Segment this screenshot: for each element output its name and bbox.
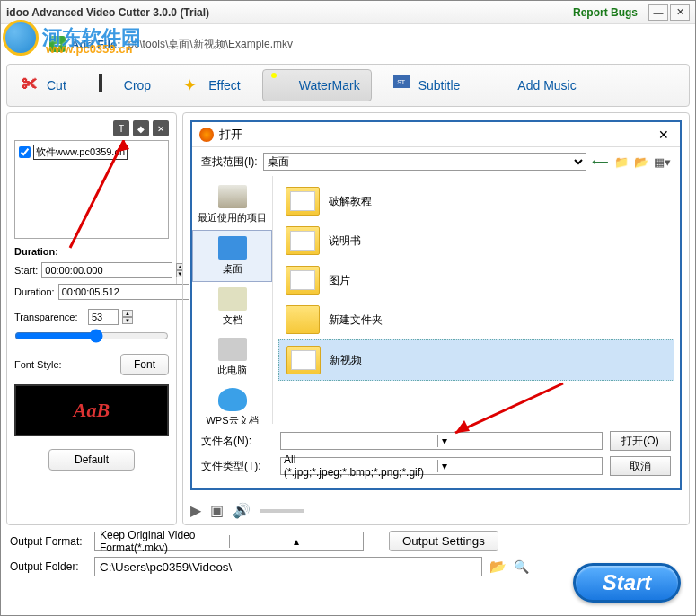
tab-crop-label: Crop xyxy=(124,78,151,92)
file-name: 新视频 xyxy=(330,353,362,368)
file-name: 说明书 xyxy=(329,233,361,249)
text-watermark-button[interactable]: T xyxy=(113,120,129,136)
duration-input[interactable] xyxy=(58,284,189,300)
filetype-label: 文件类型(T): xyxy=(201,459,273,474)
watermark-settings-panel: T ◆ ✕ 软件www.pc0359.cn Duration: Start: ▲… xyxy=(6,112,177,525)
dialog-close-button[interactable]: ✕ xyxy=(655,128,673,142)
start-label: Start: xyxy=(14,265,38,276)
tab-add-music[interactable]: Add Music xyxy=(481,70,586,101)
tab-effect[interactable]: ✦Effect xyxy=(172,70,251,101)
place-documents[interactable]: 文档 xyxy=(192,282,272,332)
player-controls: ▶ ▣ 🔊 xyxy=(190,502,304,519)
transparence-slider[interactable] xyxy=(14,329,169,343)
delete-watermark-button[interactable]: ✕ xyxy=(153,120,169,136)
new-folder-icon[interactable]: 📂 xyxy=(634,155,648,169)
default-button[interactable]: Default xyxy=(48,449,135,471)
tab-bar: ✀Cut Crop ✦Effect WaterMark STSubtitle A… xyxy=(6,64,690,107)
file-item[interactable]: 破解教程 xyxy=(278,181,674,221)
file-item[interactable]: 新建文件夹 xyxy=(278,300,674,339)
tab-crop[interactable]: Crop xyxy=(88,70,162,101)
dropdown-icon[interactable]: ▾ xyxy=(437,460,599,472)
folder-icon xyxy=(286,346,321,374)
tab-subtitle-label: Subtitle xyxy=(418,78,461,92)
cancel-button[interactable]: 取消 xyxy=(610,456,671,476)
search-icon[interactable]: 🔍 xyxy=(514,559,529,574)
filetype-select[interactable]: All (*.jpg;*.jpeg;*.bmp;*.png;*.gif)▾ xyxy=(280,457,603,475)
file-name: 破解教程 xyxy=(329,194,372,209)
places-bar: 最近使用的项目 桌面 文档 此电脑 WPS云文档 xyxy=(192,176,273,424)
place-desktop[interactable]: 桌面 xyxy=(192,230,272,282)
watermark-icon xyxy=(274,75,294,95)
music-disc-icon xyxy=(492,75,512,95)
scissors-icon: ✀ xyxy=(22,75,41,95)
filename-label: 文件名(N): xyxy=(201,434,273,449)
place-wps-cloud[interactable]: WPS云文档 xyxy=(192,383,272,424)
output-format-label: Output Format: xyxy=(10,535,87,548)
start-time-input[interactable] xyxy=(41,262,172,278)
start-button[interactable]: Start xyxy=(573,563,681,603)
watermark-item-text[interactable]: 软件www.pc0359.cn xyxy=(33,145,128,160)
volume-slider[interactable] xyxy=(260,509,304,513)
tab-subtitle[interactable]: STSubtitle xyxy=(383,70,471,101)
open-file-dialog: 打开 ✕ 查找范围(I): 桌面 ⟵ 📁 📂 ▦▾ 最近使用的项目 桌面 文档 … xyxy=(190,120,682,490)
dropdown-icon[interactable]: ▾ xyxy=(437,435,599,447)
tab-cut-label: Cut xyxy=(47,78,66,92)
font-button[interactable]: Font xyxy=(120,354,169,375)
place-this-pc[interactable]: 此电脑 xyxy=(192,332,272,383)
dropdown-icon[interactable]: ▴ xyxy=(229,535,364,548)
file-item[interactable]: 新视频 xyxy=(278,339,674,381)
close-button[interactable]: ✕ xyxy=(670,4,690,21)
subtitle-icon: ST xyxy=(393,75,413,95)
watermark-item[interactable]: 软件www.pc0359.cn xyxy=(19,145,164,160)
tab-cut[interactable]: ✀Cut xyxy=(11,70,77,101)
folder-icon xyxy=(286,305,320,334)
watermark-logo-sub: www.pc0359.cn xyxy=(46,42,132,56)
file-list[interactable]: 破解教程 说明书 图片 新建文件夹 新视频 xyxy=(273,176,680,424)
place-recent[interactable]: 最近使用的项目 xyxy=(192,180,272,230)
transparence-spinner[interactable]: ▲▼ xyxy=(122,310,133,324)
watermark-list[interactable]: 软件www.pc0359.cn xyxy=(14,140,169,239)
font-style-label: Font Style: xyxy=(14,359,62,370)
image-watermark-button[interactable]: ◆ xyxy=(133,120,149,136)
view-menu-icon[interactable]: ▦▾ xyxy=(654,155,671,169)
output-format-value: Keep Original Video Format(*.mkv) xyxy=(95,529,229,554)
play-button[interactable]: ▶ xyxy=(190,502,201,519)
back-icon[interactable]: ⟵ xyxy=(592,155,609,169)
output-format-select[interactable]: Keep Original Video Format(*.mkv)▴ xyxy=(94,532,364,551)
file-name: 图片 xyxy=(329,273,350,288)
output-folder-input[interactable] xyxy=(94,557,482,576)
place-wps-label: WPS云文档 xyxy=(194,414,270,424)
file-item[interactable]: 说明书 xyxy=(278,221,674,260)
duration-label: Duration: xyxy=(14,286,55,297)
snapshot-button[interactable]: ▣ xyxy=(210,502,224,519)
minimize-button[interactable]: — xyxy=(648,4,668,21)
folder-icon xyxy=(286,226,320,255)
transparence-input[interactable] xyxy=(88,309,119,325)
crop-icon xyxy=(99,75,119,95)
output-settings-button[interactable]: Output Settings xyxy=(389,531,498,551)
folder-icon xyxy=(286,266,320,295)
place-recent-label: 最近使用的项目 xyxy=(194,211,270,224)
font-preview: AaB xyxy=(14,384,169,436)
up-folder-icon[interactable]: 📁 xyxy=(614,155,629,169)
report-bugs-link[interactable]: Report Bugs xyxy=(573,6,638,19)
volume-button[interactable]: 🔊 xyxy=(233,502,251,519)
place-docs-label: 文档 xyxy=(194,313,270,327)
dialog-title: 打开 xyxy=(219,127,655,143)
file-item[interactable]: 图片 xyxy=(278,260,674,300)
open-button[interactable]: 打开(O) xyxy=(610,431,671,451)
site-watermark-logo: 河东软件园 www.pc0359.cn xyxy=(3,17,209,57)
folder-icon xyxy=(286,187,320,216)
tab-music-label: Add Music xyxy=(517,78,576,92)
tab-watermark-label: WaterMark xyxy=(299,78,360,92)
browse-folder-icon[interactable]: 📂 xyxy=(489,559,507,575)
tab-effect-label: Effect xyxy=(208,78,241,92)
look-in-select[interactable]: 桌面 xyxy=(263,153,586,171)
transparence-label: Transparence: xyxy=(14,312,84,322)
filetype-value: All (*.jpg;*.jpeg;*.bmp;*.png;*.gif) xyxy=(284,453,437,479)
star-icon: ✦ xyxy=(183,75,203,95)
tab-watermark[interactable]: WaterMark xyxy=(262,69,372,101)
preview-panel: ▶ ▣ 🔊 打开 ✕ 查找范围(I): 桌面 ⟵ 📁 📂 ▦▾ 最近使用的项目 xyxy=(182,112,690,525)
watermark-item-checkbox[interactable] xyxy=(19,146,31,158)
filename-input[interactable]: ▾ xyxy=(280,432,603,450)
